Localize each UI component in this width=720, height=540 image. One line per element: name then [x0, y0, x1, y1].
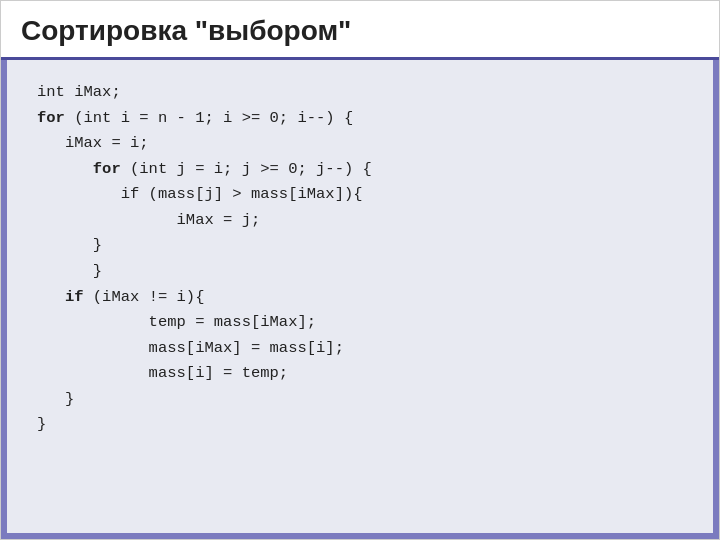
code-line: iMax = i; [37, 131, 683, 157]
code-line: for (int i = n - 1; i >= 0; i--) { [37, 106, 683, 132]
code-line: mass[i] = temp; [37, 361, 683, 387]
code-line: for (int j = i; j >= 0; j--) { [37, 157, 683, 183]
code-line: temp = mass[iMax]; [37, 310, 683, 336]
slide-content: int iMax;for (int i = n - 1; i >= 0; i--… [1, 60, 719, 539]
code-line: } [37, 233, 683, 259]
slide: Сортировка "выбором" int iMax;for (int i… [0, 0, 720, 540]
code-line: } [37, 387, 683, 413]
code-line: } [37, 412, 683, 438]
slide-header: Сортировка "выбором" [1, 1, 719, 60]
code-line: } [37, 259, 683, 285]
code-block: int iMax;for (int i = n - 1; i >= 0; i--… [37, 80, 683, 438]
code-line: if (mass[j] > mass[iMax]){ [37, 182, 683, 208]
slide-title: Сортировка "выбором" [21, 15, 351, 47]
code-line: mass[iMax] = mass[i]; [37, 336, 683, 362]
code-line: int iMax; [37, 80, 683, 106]
code-line: iMax = j; [37, 208, 683, 234]
code-line: if (iMax != i){ [37, 285, 683, 311]
